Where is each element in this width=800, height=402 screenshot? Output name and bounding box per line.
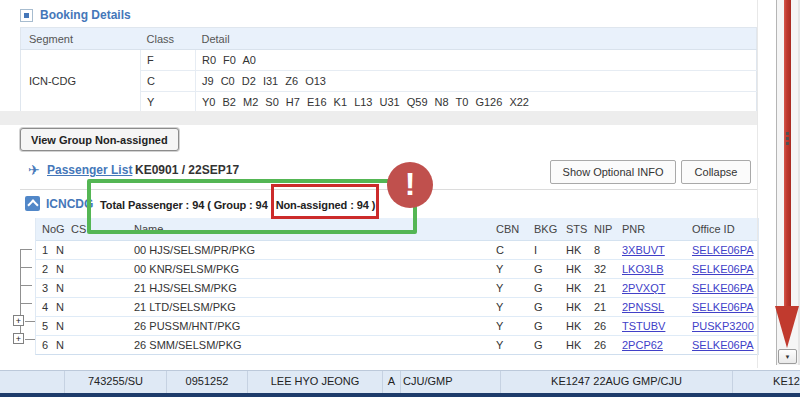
passenger-row[interactable]: 4N21 LTD/SELSM/PKGYGHK212PNSSLSELKE06PA bbox=[36, 298, 758, 317]
passenger-row[interactable]: 6N26 SMM/SELSM/PKGYGHK262PCP62SELKE06PA bbox=[36, 336, 758, 354]
class-cell: Y bbox=[141, 92, 196, 113]
booking-app-page: Booking Details Segment Class Detail ICN… bbox=[0, 0, 800, 402]
plane-icon: ✈ bbox=[28, 162, 40, 178]
bkg-cell: G bbox=[526, 279, 560, 297]
cbn-cell: C bbox=[488, 241, 526, 259]
tree-tick bbox=[20, 303, 32, 304]
status-cell-2: 0951252 bbox=[167, 371, 248, 393]
pnr-link[interactable]: TSTUBV bbox=[622, 320, 665, 332]
col-header-cbn: CBN bbox=[488, 218, 526, 240]
office-id-link[interactable]: PUSKP3200 bbox=[692, 320, 754, 332]
pnr-link[interactable]: 2PCP62 bbox=[622, 339, 663, 351]
sts-cell: HK bbox=[560, 260, 588, 278]
sts-cell: HK bbox=[560, 279, 588, 297]
booking-details-header: Booking Details bbox=[20, 8, 131, 22]
pnr-cell: 2PCP62 bbox=[616, 336, 686, 354]
pnr-cell: 2PNSSL bbox=[616, 298, 686, 316]
cs-cell bbox=[71, 260, 126, 278]
passenger-list-area: ++ NoGCSNameCBNBKGSTSNIPPNROffice ID 1N0… bbox=[12, 218, 758, 350]
passenger-row[interactable]: 3N21 HJS/SELSM/PKGYGHK212PVXQTSELKE06PA bbox=[36, 279, 758, 298]
office-id-cell: SELKE06PA bbox=[686, 298, 758, 316]
pnr-link[interactable]: 2PVXQT bbox=[622, 282, 665, 294]
pnr-cell: TSTUBV bbox=[616, 317, 686, 335]
office-id-cell: SELKE06PA bbox=[686, 336, 758, 354]
col-header-bkg: BKG bbox=[526, 218, 560, 240]
cs-cell bbox=[71, 298, 126, 316]
alert-icon: ! bbox=[387, 162, 433, 208]
no-cell: 1 bbox=[36, 241, 56, 259]
collapse-chevron-icon[interactable] bbox=[25, 196, 40, 211]
pnr-link[interactable]: LKO3LB bbox=[622, 263, 664, 275]
bkg-cell: G bbox=[526, 317, 560, 335]
booking-table-body: ICN-CDGFR0 F0 A0CJ9 C0 D2 I31 Z6 O13YY0 … bbox=[21, 50, 757, 113]
status-cell-7: KE12 bbox=[733, 371, 800, 393]
class-cell: F bbox=[141, 50, 196, 71]
cbn-cell: Y bbox=[488, 279, 526, 297]
cs-cell bbox=[71, 336, 126, 354]
cbn-cell: Y bbox=[488, 336, 526, 354]
passenger-row[interactable]: 2N00 KNR/SELSM/PKGYGHK32LKO3LBSELKE06PA bbox=[36, 260, 758, 279]
red-arrowhead-icon bbox=[775, 306, 799, 348]
expand-icon[interactable]: + bbox=[13, 333, 24, 344]
g-cell: N bbox=[56, 279, 71, 297]
detail-cell: R0 F0 A0 bbox=[196, 50, 757, 71]
no-cell: 6 bbox=[36, 336, 56, 354]
booking-details-title: Booking Details bbox=[40, 8, 131, 22]
name-cell: 26 SMM/SELSM/PKG bbox=[126, 336, 488, 354]
sts-cell: HK bbox=[560, 336, 588, 354]
pnr-link[interactable]: 2PNSSL bbox=[622, 301, 664, 313]
expand-icon[interactable]: + bbox=[13, 315, 24, 326]
g-cell: N bbox=[56, 298, 71, 316]
tree-tick bbox=[20, 267, 32, 268]
view-group-non-assigned-button[interactable]: View Group Non-assigned bbox=[20, 128, 179, 151]
g-cell: N bbox=[56, 336, 71, 354]
col-header-segment: Segment bbox=[21, 28, 141, 50]
office-id-link[interactable]: SELKE06PA bbox=[692, 263, 754, 275]
cs-cell bbox=[71, 279, 126, 297]
col-header-nip: NIP bbox=[588, 218, 616, 240]
tree-tick bbox=[20, 249, 32, 250]
segment-cell: ICN-CDG bbox=[21, 50, 141, 113]
detail-cell: Y0 B2 M2 S0 H7 E16 K1 L13 U31 Q59 N8 T0 … bbox=[196, 92, 757, 113]
g-cell: N bbox=[56, 260, 71, 278]
office-id-link[interactable]: SELKE06PA bbox=[692, 301, 754, 313]
booking-row: ICN-CDGFR0 F0 A0 bbox=[21, 50, 757, 71]
flight-number-label: KE0901 / 22SEP17 bbox=[135, 163, 239, 177]
col-header-detail: Detail bbox=[196, 28, 757, 50]
status-cell-5: CJU/GMP bbox=[401, 371, 501, 393]
scrollbar-down-button[interactable]: ▼ bbox=[778, 349, 797, 364]
passenger-header-row: NoGCSNameCBNBKGSTSNIPPNROffice ID bbox=[36, 218, 758, 241]
sts-cell: HK bbox=[560, 241, 588, 259]
nip-cell: 21 bbox=[588, 279, 616, 297]
col-header-class: Class bbox=[141, 28, 196, 50]
scrollbar-grip-icon bbox=[786, 132, 789, 147]
office-id-link[interactable]: SELKE06PA bbox=[692, 244, 754, 256]
non-assigned-highlight: Non-assigned : 94 ) bbox=[276, 197, 376, 213]
show-optional-info-button[interactable]: Show Optional INFO bbox=[550, 160, 676, 184]
status-cell-0 bbox=[0, 371, 65, 393]
col-header-name: Name bbox=[126, 218, 488, 240]
office-id-cell: SELKE06PA bbox=[686, 260, 758, 278]
passenger-table: NoGCSNameCBNBKGSTSNIPPNROffice ID 1N00 H… bbox=[35, 218, 759, 355]
passenger-table-body: 1N00 HJS/SELSM/PR/PKGCIHK83XBUVTSELKE06P… bbox=[36, 241, 758, 354]
passenger-row[interactable]: 5N26 PUSSM/HNT/PKGYGHK26TSTUBVPUSKP3200 bbox=[36, 317, 758, 336]
name-cell: 21 LTD/SELSM/PKG bbox=[126, 298, 488, 316]
bkg-cell: G bbox=[526, 298, 560, 316]
office-id-link[interactable]: SELKE06PA bbox=[692, 282, 754, 294]
nip-cell: 21 bbox=[588, 298, 616, 316]
status-cell-4: A bbox=[383, 371, 401, 393]
sts-cell: HK bbox=[560, 317, 588, 335]
office-id-cell: SELKE06PA bbox=[686, 241, 758, 259]
name-cell: 21 HJS/SELSM/PKG bbox=[126, 279, 488, 297]
bkg-cell: G bbox=[526, 260, 560, 278]
pnr-link[interactable]: 3XBUVT bbox=[622, 244, 665, 256]
no-cell: 2 bbox=[36, 260, 56, 278]
group-segment-label: ICNCDG bbox=[46, 197, 93, 211]
status-bar: 743255/SU0951252LEE HYO JEONGACJU/GMPKE1… bbox=[0, 370, 800, 393]
class-cell: C bbox=[141, 71, 196, 92]
name-cell: 26 PUSSM/HNT/PKG bbox=[126, 317, 488, 335]
collapse-button[interactable]: Collapse bbox=[681, 160, 751, 184]
office-id-link[interactable]: SELKE06PA bbox=[692, 339, 754, 351]
passenger-row[interactable]: 1N00 HJS/SELSM/PR/PKGCIHK83XBUVTSELKE06P… bbox=[36, 241, 758, 260]
passenger-list-title[interactable]: Passenger List bbox=[47, 163, 132, 177]
